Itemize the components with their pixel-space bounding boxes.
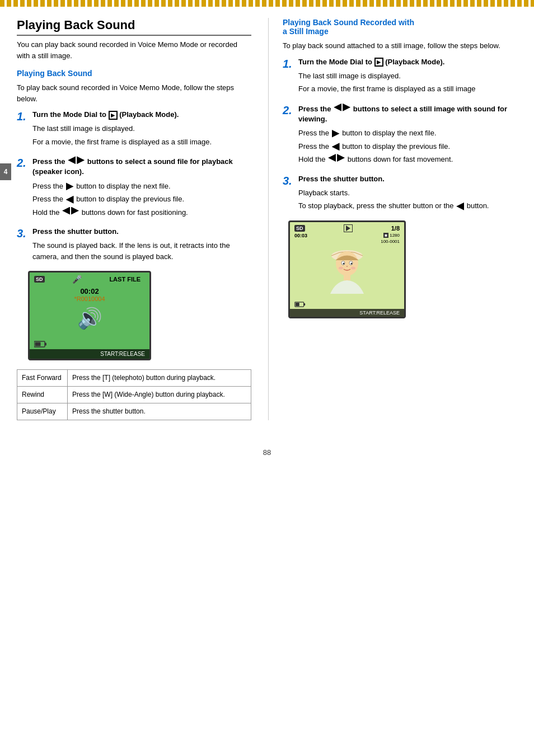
right-step-2-content: Press the buttons to select a still imag…	[298, 104, 517, 167]
person-illustration	[290, 244, 404, 294]
right-step-3: 3. Press the shutter button. Playback st…	[283, 174, 517, 214]
step-1-body1: The last still image is displayed.	[32, 123, 251, 134]
bottom-bar-left: START:RELEASE	[30, 349, 149, 359]
right-step-3-heading: Press the shutter button.	[298, 174, 517, 184]
right-column: Playing Back Sound Recorded with a Still…	[268, 18, 517, 420]
section1-intro: To play back sound recorded in Voice Mem…	[17, 82, 251, 104]
folder-right: 100-0001	[290, 239, 404, 244]
play-mode-icon	[344, 224, 353, 232]
right-step-number-2: 2.	[283, 104, 295, 117]
step-2-body1: Press the button to display the next fil…	[32, 181, 251, 192]
svg-point-10	[351, 266, 355, 269]
right-intro: To play back sound attached to a still i…	[283, 40, 517, 51]
step-1-heading: Turn the Mode Dial to ▶ (Play­back Mode)…	[32, 110, 251, 120]
table-row: Rewind Press the [W] (Wide-Angle) button…	[17, 387, 251, 403]
camera-bottom-right: START:RELEASE	[290, 301, 404, 317]
resolution-right: ■ 1280	[383, 233, 400, 238]
right-step-number-1: 1.	[283, 57, 295, 71]
svg-rect-11	[344, 275, 350, 280]
right-step-2: 2. Press the buttons to select a still i…	[283, 104, 517, 167]
bottom-bar-right: START:RELEASE	[290, 309, 404, 317]
section1-title: Playing Back Sound	[17, 69, 251, 78]
left-step-1: 1. Turn the Mode Dial to ▶ (Play­back Mo…	[17, 110, 251, 149]
right-title-line2: a Still Image	[283, 27, 329, 36]
mic-icon-left: 🎤	[72, 275, 82, 284]
right-step-3-content: Press the shutter button. Playback start…	[298, 174, 517, 214]
right-step-1-content: Turn the Mode Dial to ▶ (Play­back Mode)…	[298, 57, 517, 97]
speaker-icon-left: 🔊	[77, 307, 102, 330]
sd-badge-left: SD	[34, 276, 45, 283]
step-number-2: 2.	[17, 156, 29, 170]
intro-text: You can play back sound recorded in Voic…	[17, 39, 251, 61]
svg-rect-13	[304, 303, 306, 306]
right-step-3-body2: To stop playback, press the shutter butt…	[298, 200, 517, 212]
right-step-3-body1: Playback starts.	[298, 187, 517, 199]
svg-point-4	[336, 251, 358, 276]
right-step-1-heading: Turn the Mode Dial to ▶ (Play­back Mode)…	[298, 57, 517, 67]
step-1-body2: For a movie, the first frame is displaye…	[32, 137, 251, 148]
step-number-1: 1.	[17, 110, 29, 123]
right-section-title: Playing Back Sound Recorded with a Still…	[283, 18, 517, 36]
playback-info-table: Fast Forward Press the [T] (telephoto) b…	[17, 369, 251, 420]
top-border	[0, 0, 534, 7]
time-display-left: 00:02	[30, 287, 149, 295]
step-3-body1: The sound is played back. If the lens is…	[32, 240, 251, 262]
filename-left: *R0010004	[30, 295, 149, 302]
right-step-2-body3: Hold the buttons down for fast movement.	[298, 154, 517, 165]
left-column: Playing Back Sound You can play back sou…	[17, 18, 251, 420]
step-3-heading: Press the shutter button.	[32, 227, 251, 237]
right-title-line1: Playing Back Sound Recorded with	[283, 18, 414, 27]
table-cell-desc-2: Press the [W] (Wide-Angle) button during…	[68, 387, 251, 403]
svg-point-8	[351, 262, 353, 264]
right-step-2-heading: Press the buttons to select a still imag…	[298, 104, 517, 124]
camera-screen-left: SD 🎤 LAST FILE 00:02 *R0010004 🔊 START	[28, 271, 151, 360]
left-step-2: 2. Press the buttons to select a sound f…	[17, 156, 251, 220]
sd-badge-right: SD	[294, 225, 305, 232]
step-1-content: Turn the Mode Dial to ▶ (Play­back Mode)…	[32, 110, 251, 149]
table-cell-desc-1: Press the [T] (telephoto) button during …	[68, 370, 251, 387]
main-title: Playing Back Sound	[17, 18, 251, 36]
table-cell-action-3: Pause/Play	[17, 403, 68, 420]
right-step-2-body1: Press the button to display the next fil…	[298, 128, 517, 139]
battery-icon-right	[294, 302, 306, 308]
svg-point-9	[339, 266, 343, 269]
right-step-number-3: 3.	[283, 174, 295, 187]
step-2-heading: Press the buttons to select a sound file…	[32, 156, 251, 177]
table-cell-action-2: Rewind	[17, 387, 68, 403]
right-step-1-body2: For a movie, the first frame is displaye…	[298, 83, 517, 95]
svg-rect-2	[35, 342, 41, 346]
camera-screen-right: SD 1/8 00:03 ■ 1280 100-0001	[288, 220, 406, 318]
right-step-1-body1: The last still image is displayed.	[298, 71, 517, 82]
right-step-2-body2: Press the button to display the previous…	[298, 141, 517, 152]
step-2-content: Press the buttons to select a sound file…	[32, 156, 251, 220]
right-step-1: 1. Turn the Mode Dial to ▶ (Play­back Mo…	[283, 57, 517, 97]
svg-rect-1	[45, 343, 46, 346]
table-row: Pause/Play Press the shutter button.	[17, 403, 251, 420]
step-3-content: Press the shutter button. The sound is p…	[32, 227, 251, 264]
step-2-body2: Press the button to display the previous…	[32, 194, 251, 205]
svg-point-7	[343, 262, 345, 264]
svg-rect-14	[296, 303, 299, 306]
battery-icon-left	[34, 341, 46, 349]
left-step-3: 3. Press the shutter button. The sound i…	[17, 227, 251, 264]
table-cell-action-1: Fast Forward	[17, 370, 68, 387]
table-cell-desc-3: Press the shutter button.	[68, 403, 251, 420]
tab-marker: 4	[0, 163, 11, 180]
last-file-label: LAST FILE	[109, 276, 145, 283]
time-right: 00:03	[294, 233, 307, 238]
table-row: Fast Forward Press the [T] (telephoto) b…	[17, 370, 251, 387]
step-2-body3: Hold the buttons down for fast positioni…	[32, 207, 251, 218]
page-number: 88	[0, 448, 534, 457]
counter-right: 1/8	[391, 225, 400, 232]
step-number-3: 3.	[17, 227, 29, 240]
